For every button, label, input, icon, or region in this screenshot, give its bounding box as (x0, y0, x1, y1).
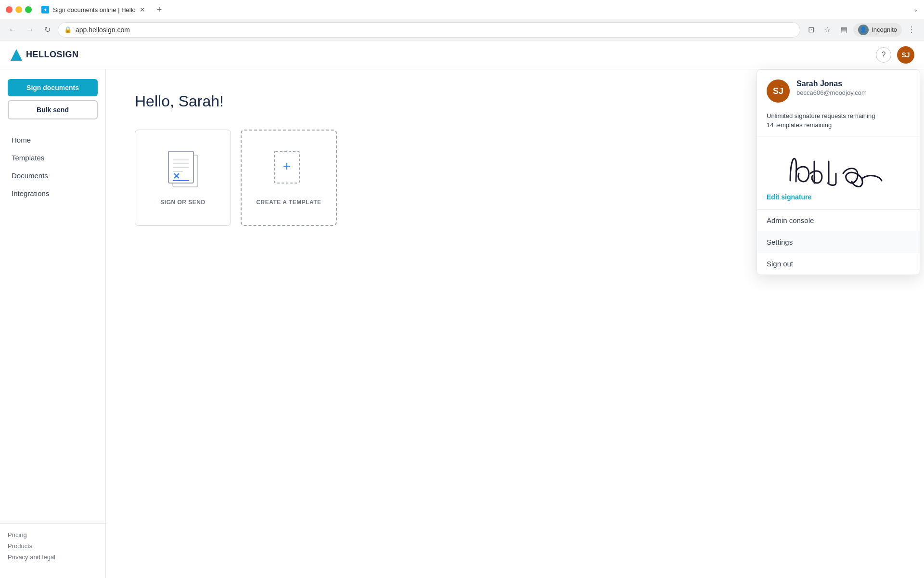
svg-text:+: + (283, 158, 291, 173)
address-bar[interactable]: 🔒 app.hellosign.com (58, 22, 800, 38)
template-icon: + (272, 150, 306, 191)
bulk-send-btn[interactable]: Bulk send (8, 100, 98, 119)
dropdown-avatar: SJ (767, 79, 790, 103)
templates-remaining-stat: 14 templates remaining (767, 121, 910, 129)
browser-toolbar: ← → ↻ 🔒 app.hellosign.com ⊡ ☆ ▤ 👤 Incogn… (0, 19, 924, 40)
signature-preview (767, 144, 910, 193)
sign-out-item[interactable]: Sign out (757, 253, 920, 275)
logo-text: HELLOSIGN (26, 50, 79, 60)
dropdown-user-email: becca606@moodjoy.com (796, 89, 867, 96)
incognito-label: Incognito (872, 26, 897, 33)
lock-icon: 🔒 (64, 26, 72, 33)
sidebar-btn-group: Sign documents Bulk send (0, 79, 105, 119)
settings-item[interactable]: Settings (757, 231, 920, 253)
svg-text:✕: ✕ (173, 171, 180, 181)
sign-or-send-label: SIGN OR SEND (160, 199, 205, 206)
active-tab[interactable]: ✦ Sign documents online | Hello ✕ (36, 2, 151, 17)
bookmark-icon[interactable]: ☆ (821, 23, 834, 37)
admin-console-item[interactable]: Admin console (757, 210, 920, 231)
traffic-lights (6, 6, 32, 13)
tab-title: Sign documents online | Hello (53, 6, 136, 13)
browser-chrome: ✦ Sign documents online | Hello ✕ + ⌄ ← … (0, 0, 924, 40)
logo-icon (10, 48, 23, 62)
sidebar-toggle-icon[interactable]: ▤ (837, 23, 850, 37)
tab-bar: ✦ Sign documents online | Hello ✕ + (36, 2, 910, 17)
dropdown-user-info: Sarah Jonas becca606@moodjoy.com (796, 79, 867, 96)
sidebar-item-documents[interactable]: Documents (8, 167, 98, 184)
svg-rect-8 (168, 151, 193, 183)
sign-or-send-card[interactable]: ✕ SIGN OR SEND (135, 130, 231, 226)
products-link[interactable]: Products (8, 542, 98, 550)
dropdown-user-name: Sarah Jonas (796, 79, 867, 88)
svg-marker-0 (11, 49, 22, 61)
maximize-window-btn[interactable] (25, 6, 32, 13)
address-text: app.hellosign.com (76, 26, 130, 34)
signature-section: Edit signature (757, 136, 920, 209)
reload-btn[interactable]: ↻ (40, 23, 54, 37)
create-template-card[interactable]: + CREATE A TEMPLATE (241, 130, 337, 226)
toolbar-actions: ⊡ ☆ ▤ 👤 Incognito ⋮ (804, 23, 918, 37)
forward-btn[interactable]: → (23, 23, 37, 37)
user-dropdown-menu: SJ Sarah Jonas becca606@moodjoy.com Unli… (757, 69, 920, 275)
create-template-label: CREATE A TEMPLATE (256, 199, 321, 206)
minimize-window-btn[interactable] (15, 6, 22, 13)
incognito-avatar: 👤 (858, 25, 869, 35)
dropdown-stats: Unlimited signature requests remaining 1… (757, 112, 920, 136)
new-tab-btn[interactable]: + (153, 3, 166, 17)
edit-signature-link[interactable]: Edit signature (767, 193, 811, 201)
sidebar-footer: Pricing Products Privacy and legal (0, 523, 105, 568)
sidebar-item-templates[interactable]: Templates (8, 149, 98, 167)
hellosign-logo: HELLOSIGN (10, 48, 79, 62)
user-avatar-btn[interactable]: SJ (897, 46, 914, 64)
dropdown-user-section: SJ Sarah Jonas becca606@moodjoy.com (757, 70, 920, 112)
tab-close-btn[interactable]: ✕ (140, 6, 145, 13)
back-btn[interactable]: ← (6, 23, 19, 37)
document-icon: ✕ (166, 150, 200, 191)
sign-documents-btn[interactable]: Sign documents (8, 79, 98, 96)
sidebar-nav: Home Templates Documents Integrations (0, 131, 105, 202)
expand-icon: ⌄ (913, 6, 918, 13)
signature-svg (776, 147, 901, 190)
close-window-btn[interactable] (6, 6, 13, 13)
incognito-badge[interactable]: 👤 Incognito (853, 23, 902, 37)
sidebar-item-home[interactable]: Home (8, 131, 98, 149)
pricing-link[interactable]: Pricing (8, 531, 98, 539)
privacy-link[interactable]: Privacy and legal (8, 553, 98, 561)
signature-requests-stat: Unlimited signature requests remaining (767, 112, 910, 119)
help-btn[interactable]: ? (876, 47, 891, 63)
tab-favicon: ✦ (41, 6, 49, 13)
app-header: HELLOSIGN ? SJ (0, 40, 924, 69)
menu-btn[interactable]: ⋮ (905, 23, 918, 37)
sidebar-item-integrations[interactable]: Integrations (8, 184, 98, 202)
cast-icon[interactable]: ⊡ (804, 23, 818, 37)
sidebar: Sign documents Bulk send Home Templates … (0, 69, 106, 578)
